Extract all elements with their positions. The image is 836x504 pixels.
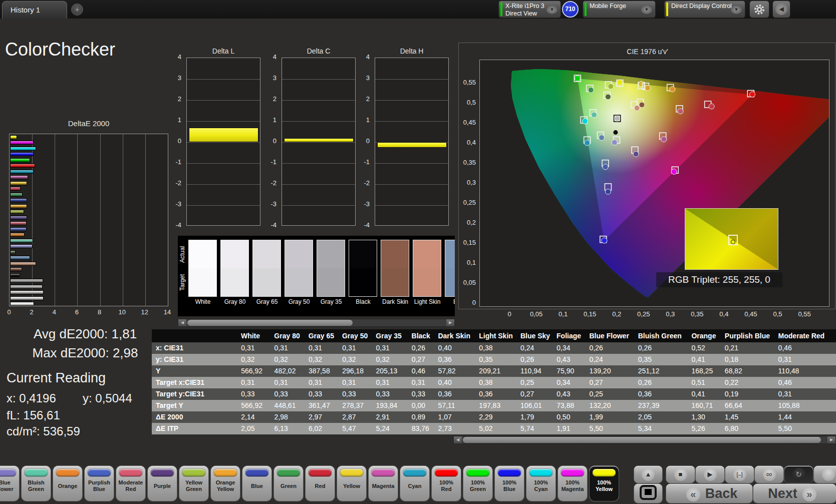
chevron-up-icon: ▲ [642,468,655,481]
deltae-bar-Red [10,187,21,191]
table-col-header: Gray 35 [376,329,411,342]
next-button[interactable]: Next» [753,484,836,503]
deltae-x-tick-label: 12 [141,308,148,316]
settings-button[interactable] [749,1,769,18]
back-button[interactable]: «Back [666,484,752,503]
stop-button[interactable]: ■ [666,466,695,483]
table-cell: 57,11 [438,400,479,411]
meter-display-line1: Direct Display Control [671,3,732,10]
tab-history-1[interactable]: History 1 [2,1,67,19]
table-cell: 0,31 [376,342,412,354]
deltae-bar-Foliage [10,250,16,254]
table-cell: 205,13 [376,365,412,377]
patch-button-Blue-Flower[interactable]: BlueFlower [0,466,19,501]
delta-bar-delta_c [284,138,354,142]
patch-button-Moderate-Red[interactable]: ModerateRed [116,466,145,501]
table-cell: 0,31 [274,342,309,354]
patch-button-100--Cyan[interactable]: 100%Cyan [526,466,555,501]
cie-y-tick-label: 0,55 [450,79,476,86]
table-cell: 0,34 [556,342,589,354]
pattern-up-button[interactable]: ▲ [634,466,662,483]
pattern-size-button[interactable]: [–] [725,466,754,483]
patch-button-label: Orange [211,479,240,485]
scroll-left-icon[interactable]: ◀ [178,319,186,326]
patch-button-Blue[interactable]: Blue [242,466,271,501]
patch-button-label: Green [179,486,208,492]
table-cell: 75,90 [556,365,589,377]
patch-button-Green[interactable]: Green [274,466,303,501]
record-button[interactable] [814,466,836,483]
table-col-header: Bluish Green [638,329,692,342]
table-scrollbar[interactable]: ◀ ▶ [453,436,836,444]
patch-button-100--Green[interactable]: 100%Green [463,466,492,501]
play-button[interactable]: ▶ [696,466,724,483]
delta-y-tick-label: 0 [164,137,181,145]
next-button-label: Next [768,486,797,501]
pattern-window-button[interactable] [634,484,662,503]
chevron-down-icon[interactable]: ▼ [641,6,652,14]
patch-button-Yellow-Green[interactable]: YellowGreen [179,466,208,501]
chevron-down-icon[interactable]: ▼ [731,6,742,14]
delta-gridline [187,79,260,80]
meter-display-control[interactable]: Direct Display Control ▼ [664,1,745,18]
cie-point-red-100 [750,92,755,97]
table-col-header: Gray 50 [342,329,376,342]
delta-y-tick-label: -4 [259,221,276,229]
add-tab-button[interactable]: + [71,4,83,16]
scroll-right-icon[interactable]: ▶ [827,436,835,443]
patch-button-100--Red[interactable]: 100%Red [432,466,461,501]
patch-button-Purplish-Blue[interactable]: PurplishBlue [85,466,114,501]
table-scroll-thumb[interactable] [463,437,821,443]
table-row: y: CIE310,320,320,320,320,320,270,360,35… [152,354,836,365]
deltae-bar-Yellow [10,181,27,185]
swatch-target [221,268,248,296]
scroll-right-icon[interactable]: ▶ [446,319,454,326]
meter-workflow[interactable]: Mobile Forge ▼ [583,1,656,18]
delta-gridline [375,79,448,80]
table-cell: 0,33 [412,388,438,400]
table-cell: 2,14 [241,411,274,423]
deltae-bar-Orange-Yellow [10,204,27,208]
table-row: Y566,92482,02387,58296,18205,130,4657,82… [152,365,836,377]
patch-button-Orange[interactable]: Orange [53,466,82,501]
cie-point-purple [633,151,639,157]
patch-button-label: Moderate [116,479,145,485]
continuous-read-button[interactable]: ∞ [755,466,783,483]
meter-source[interactable]: X-Rite i1Pro 3 Direct View ▼ [498,1,561,18]
play-icon: ▶ [704,468,717,481]
patch-button-100--Magenta[interactable]: 100%Magenta [558,466,587,501]
table-cell: 278,37 [342,400,376,411]
actual-row-label: Actual [179,241,187,268]
patch-color-chip [214,469,237,476]
swatch-scroll-thumb[interactable] [187,320,353,326]
swatch-label: White [187,298,219,305]
swatch-scrollbar[interactable]: ◀ ▶ [178,319,455,327]
patch-button-Red[interactable]: Red [306,466,335,501]
delta-y-tick-label: 0 [353,137,370,145]
patch-button-Magenta[interactable]: Magenta [369,466,398,501]
swatch-actual [189,240,216,268]
delta-y-tick-label: -3 [164,200,181,208]
deltae-gridline [100,134,101,306]
patch-color-chip [277,469,300,476]
patch-button-Yellow[interactable]: Yellow [337,466,366,501]
collapse-panel-button[interactable]: ◀ [772,1,790,18]
table-row: Target x:CIE310,310,310,310,310,310,310,… [152,377,836,388]
patch-button-100--Yellow[interactable]: 100%Yellow [590,466,619,501]
patch-button-100--Blue[interactable]: 100%Blue [495,466,524,501]
patch-button-Cyan[interactable]: Cyan [400,466,429,501]
table-cell: 197,83 [479,400,520,411]
table-col-header: Purplish Blue [725,329,778,342]
loop-button[interactable]: ↻ [784,466,813,483]
scroll-left-icon[interactable]: ◀ [454,436,462,443]
chevron-down-icon[interactable]: ▼ [546,6,558,14]
table-cell: 1,79 [520,411,556,423]
cie-x-tick-label: 0,55 [798,310,810,318]
table-cell: 0,31 [412,377,438,388]
swatch-target [413,268,441,296]
delta-gridline [282,79,355,80]
cie-y-tick-label: 0,4 [450,139,476,146]
patch-button-Purple[interactable]: Purple [148,466,177,501]
patch-button-Orange-Yellow[interactable]: OrangeYellow [211,466,240,501]
patch-button-Bluish-Green[interactable]: BluishGreen [22,466,51,501]
